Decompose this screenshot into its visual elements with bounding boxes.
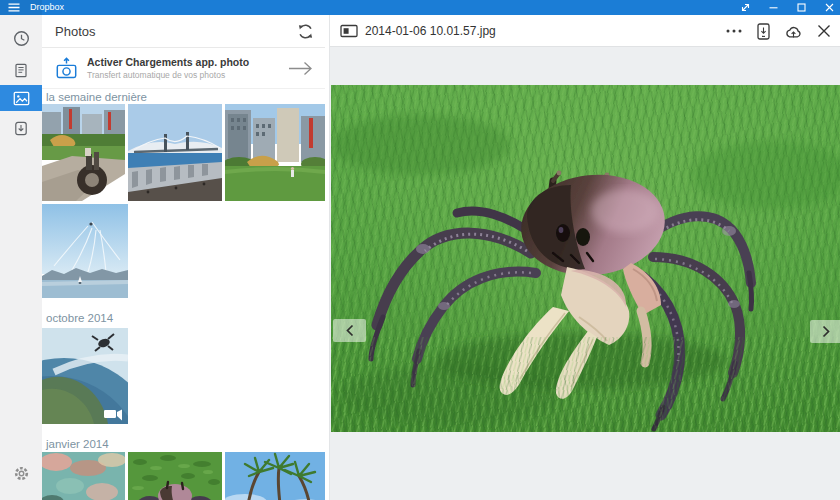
previous-photo-button[interactable] [333, 319, 366, 342]
more-icon [726, 29, 742, 33]
hamburger-icon [8, 3, 20, 12]
viewer-header: 2014-01-06 10.01.57.jpg [330, 15, 840, 47]
thumbnail-city-buildings-lawn[interactable] [225, 104, 325, 201]
fullscreen-button[interactable] [741, 3, 750, 12]
thumbnail-palm-trees[interactable] [225, 452, 325, 500]
refresh-button[interactable] [297, 23, 314, 40]
arrow-right-icon [288, 61, 313, 80]
minimize-button[interactable] [769, 3, 778, 12]
download-icon [13, 120, 29, 137]
left-icon-rail [0, 15, 42, 500]
sidebar-item-offline[interactable] [0, 115, 42, 141]
camera-upload-icon [55, 57, 78, 84]
thumbnail-skydive-video[interactable] [42, 328, 128, 424]
fullscreen-icon [741, 3, 750, 12]
settings-button[interactable] [0, 458, 42, 488]
toggle-panel-button[interactable] [340, 24, 358, 42]
viewer-actions [726, 15, 831, 47]
panel-header: Photos [42, 15, 325, 48]
section-label-october: octobre 2014 [46, 312, 113, 324]
thumbnail-crab-on-grass[interactable] [128, 452, 222, 500]
photos-panel: Photos Activer Chargement [42, 15, 325, 500]
photo-filename: 2014-01-06 10.01.57.jpg [365, 15, 496, 47]
photo-viewer: 2014-01-06 10.01.57.jpg [329, 15, 840, 500]
maximize-icon [797, 3, 806, 12]
clock-icon [13, 30, 30, 47]
photo-crab-on-grass[interactable] [331, 85, 840, 432]
thumbnail-airshow-sky[interactable] [42, 204, 128, 298]
section-label-last-week: la semaine dernière [46, 91, 147, 103]
section-label-january: janvier 2014 [46, 438, 109, 450]
window-controls [741, 0, 834, 15]
save-to-device-icon [757, 23, 770, 40]
more-button[interactable] [726, 29, 742, 33]
sidebar-item-photos[interactable] [0, 85, 42, 111]
next-photo-button[interactable] [810, 320, 840, 343]
thumbnail-coral-reef[interactable] [42, 452, 125, 500]
document-icon [13, 62, 29, 79]
page-title: Photos [55, 15, 95, 48]
app-title: Dropbox [30, 0, 64, 15]
save-to-device-button[interactable] [757, 23, 770, 40]
camera-upload-banner[interactable]: Activer Chargements app. photo Transfert… [42, 48, 325, 89]
share-button[interactable] [785, 24, 802, 39]
sidebar-item-files[interactable] [0, 57, 42, 83]
refresh-icon [297, 23, 314, 40]
close-icon [825, 3, 834, 12]
chevron-right-icon [821, 325, 831, 338]
close-window-button[interactable] [825, 3, 834, 12]
banner-subtitle: Transfert automatique de vos photos [87, 70, 225, 80]
thumbnail-city-sculpture[interactable] [42, 104, 125, 201]
minimize-icon [769, 3, 778, 12]
thumbnail-bay-bridge[interactable] [128, 104, 222, 201]
chevron-left-icon [345, 324, 355, 337]
photos-icon [13, 91, 30, 106]
close-photo-button[interactable] [817, 24, 831, 38]
share-cloud-icon [785, 24, 802, 39]
gear-icon [13, 465, 30, 482]
titlebar: Dropbox [0, 0, 840, 15]
pane-toggle-icon [340, 24, 358, 38]
close-photo-icon [817, 24, 831, 38]
dropbox-app-window: Dropbox [0, 0, 840, 500]
maximize-button[interactable] [797, 3, 806, 12]
banner-title: Activer Chargements app. photo [87, 56, 249, 68]
sidebar-item-recents[interactable] [0, 25, 42, 51]
